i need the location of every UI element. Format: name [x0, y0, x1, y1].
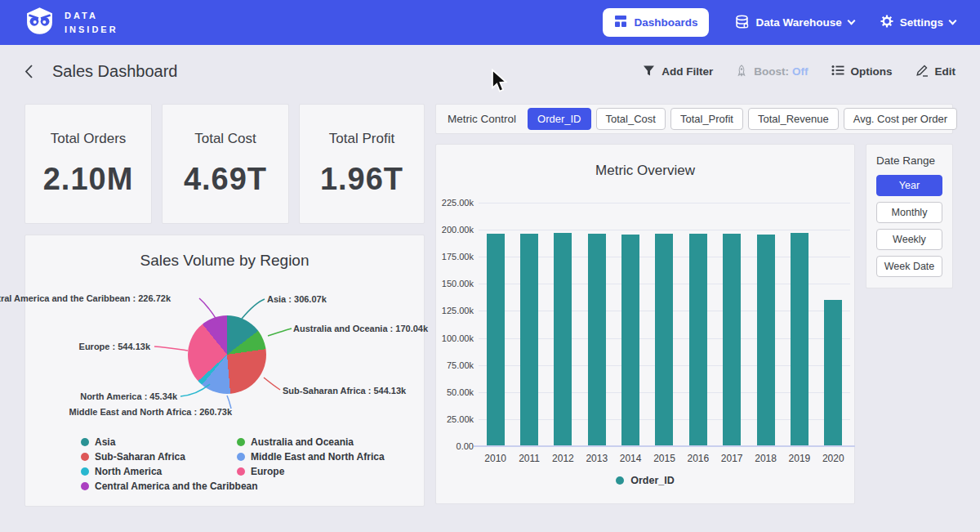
bar-2020[interactable] — [824, 300, 842, 446]
kpi-card-total-orders: Total Orders 2.10M — [24, 104, 152, 224]
legend-label: Sub-Saharan Africa — [95, 451, 185, 463]
legend-label: Order_ID — [630, 475, 675, 486]
metric-control-label: Metric Control — [448, 113, 516, 125]
bar-chart-legend[interactable]: Order_ID — [436, 475, 854, 486]
nav-settings-button[interactable]: Settings — [880, 15, 956, 30]
legend-item[interactable]: Sub-Saharan Africa — [81, 451, 258, 463]
x-tick-label: 2017 — [715, 453, 749, 464]
rocket-icon — [736, 65, 747, 79]
date-range-label: Date Range — [876, 154, 942, 167]
edit-label: Edit — [935, 65, 956, 78]
legend-item[interactable]: Asia — [81, 436, 258, 448]
nav-data-warehouse-label: Data Warehouse — [755, 16, 841, 29]
options-button[interactable]: Options — [831, 65, 893, 78]
bar-slot — [479, 203, 512, 446]
chevron-down-icon — [949, 17, 957, 25]
bar-2018[interactable] — [757, 235, 775, 446]
y-tick-label: 0.00 — [457, 441, 474, 451]
nav-dashboards-button[interactable]: Dashboards — [603, 8, 709, 37]
brand-logo[interactable]: DATA INSIDER — [24, 6, 118, 39]
metric-button-order-id[interactable]: Order_ID — [528, 108, 590, 130]
pie-callout-europe: Europe : 544.13k — [79, 342, 150, 351]
add-filter-button[interactable]: Add Filter — [643, 65, 713, 79]
y-tick-label: 225.00k — [442, 198, 474, 208]
legend-label: Europe — [251, 466, 284, 477]
pie-legend-col-2: Australia and OceaniaMiddle East and Nor… — [237, 436, 385, 477]
bar-slot — [512, 203, 546, 446]
kpi-title: Total Profit — [329, 131, 394, 147]
pie-callout-australia-oceania: Australia and Oceania : 170.04k — [293, 324, 428, 333]
x-tick-label: 2010 — [479, 453, 512, 464]
x-tick-label: 2016 — [681, 453, 715, 464]
legend-item[interactable]: Middle East and North Africa — [237, 451, 385, 463]
list-icon — [831, 65, 844, 78]
legend-label: Central America and the Caribbean — [95, 481, 258, 492]
legend-swatch — [237, 467, 245, 476]
owl-logo-icon — [24, 6, 55, 39]
bar-2017[interactable] — [723, 234, 741, 446]
kpi-card-total-cost: Total Cost 4.69T — [162, 104, 289, 224]
nav-data-warehouse-button[interactable]: Data Warehouse — [735, 15, 853, 31]
edit-button[interactable]: Edit — [915, 64, 956, 79]
boost-toggle[interactable]: Boost: Off — [736, 65, 808, 79]
date-range-button-year[interactable]: Year — [876, 175, 942, 196]
y-tick-label: 75.00k — [447, 360, 474, 370]
date-range-button-week-date[interactable]: Week Date — [876, 256, 942, 277]
legend-label: Asia — [95, 436, 115, 448]
page-header: Sales Dashboard Add Filter Boost: Off — [0, 45, 980, 98]
database-icon — [735, 15, 749, 31]
y-tick-label: 200.00k — [442, 225, 474, 235]
kpi-value: 2.10M — [43, 162, 134, 197]
x-tick-label: 2013 — [580, 453, 613, 464]
date-range-buttons: YearMonthlyWeeklyWeek Date — [876, 175, 942, 283]
bar-slot — [546, 203, 580, 446]
date-range-button-monthly[interactable]: Monthly — [876, 202, 942, 223]
legend-item[interactable]: Australia and Oceania — [237, 436, 385, 448]
boost-state: Off — [792, 65, 808, 78]
metric-button-total-revenue[interactable]: Total_Revenue — [748, 108, 839, 130]
bar-chart-x-axis: 2010201120122013201420152016201720182019… — [479, 453, 850, 464]
back-button[interactable] — [24, 65, 33, 78]
bar-2010[interactable] — [487, 234, 505, 446]
bar-2015[interactable] — [655, 234, 673, 446]
bar-2014[interactable] — [621, 235, 639, 446]
bar-slot — [681, 203, 715, 446]
bar-2016[interactable] — [689, 234, 707, 446]
pie-chart-card: Sales Volume by Region Asia : 306.07k Au… — [24, 235, 425, 507]
chevron-down-icon — [847, 17, 855, 25]
nav-settings-label: Settings — [900, 16, 943, 29]
bar-2013[interactable] — [588, 234, 606, 446]
legend-item[interactable]: North America — [81, 466, 258, 477]
bar-slot — [613, 203, 647, 446]
legend-swatch — [81, 482, 89, 490]
pie-legend-col-1: AsiaSub-Saharan AfricaNorth AmericaCentr… — [81, 436, 258, 492]
legend-swatch — [237, 438, 245, 446]
legend-item[interactable]: Central America and the Caribbean — [81, 481, 258, 492]
bar-2019[interactable] — [791, 233, 808, 446]
metric-button-total-profit[interactable]: Total_Profit — [670, 108, 743, 130]
y-tick-label: 50.00k — [447, 387, 474, 397]
bar-slot — [817, 203, 850, 446]
kpi-value: 4.69T — [184, 162, 267, 197]
legend-label: Middle East and North Africa — [251, 451, 385, 463]
bar-chart-title: Metric Overview — [436, 163, 854, 179]
metric-button-total-cost[interactable]: Total_Cost — [596, 108, 666, 130]
date-range-button-weekly[interactable]: Weekly — [876, 229, 942, 250]
kpi-card-total-profit: Total Profit 1.96T — [299, 104, 425, 224]
legend-label: North America — [95, 466, 162, 477]
y-tick-label: 125.00k — [442, 306, 474, 315]
bar-2012[interactable] — [554, 233, 572, 446]
legend-swatch — [81, 453, 89, 461]
legend-item[interactable]: Europe — [237, 466, 385, 477]
x-tick-label: 2020 — [817, 453, 850, 464]
page-title: Sales Dashboard — [52, 62, 177, 81]
pie-chart[interactable] — [188, 315, 266, 394]
y-tick-label: 150.00k — [442, 279, 474, 288]
options-label: Options — [851, 65, 893, 78]
add-filter-label: Add Filter — [662, 65, 713, 78]
x-tick-label: 2018 — [749, 453, 782, 464]
legend-swatch — [616, 476, 624, 485]
pie-chart-title: Sales Volume by Region — [25, 252, 424, 270]
metric-button-avg-cost-per-order[interactable]: Avg. Cost per Order — [844, 108, 957, 130]
bar-2011[interactable] — [520, 234, 538, 446]
